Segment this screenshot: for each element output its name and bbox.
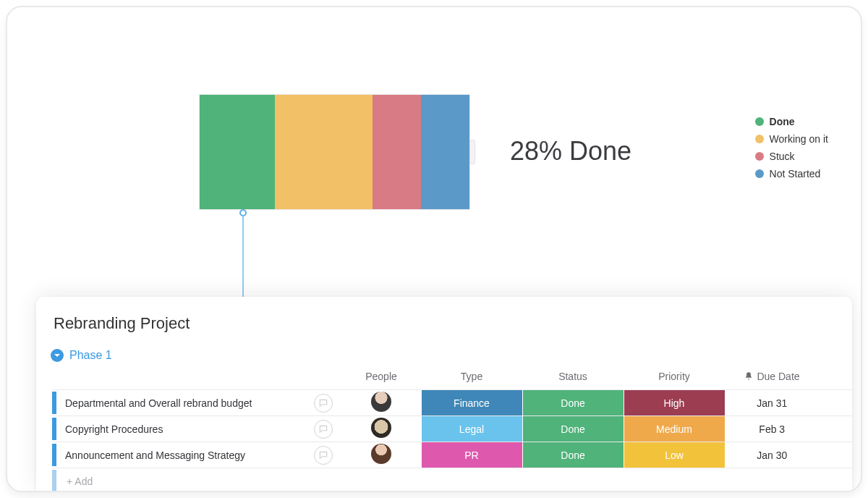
priority-cell[interactable]: Medium <box>624 416 725 442</box>
due-date-cell[interactable]: Jan 30 <box>725 442 819 468</box>
tasks-table: People Type Status Priority Due Date Dep… <box>52 366 852 492</box>
avatar[interactable] <box>371 444 391 464</box>
bell-icon <box>744 371 754 381</box>
connector-dot-icon <box>239 209 247 216</box>
group-color-bar <box>52 392 56 414</box>
battery-cap-icon <box>469 140 475 164</box>
avatar[interactable] <box>371 418 391 438</box>
task-name[interactable]: Copyright Procedures <box>65 423 163 435</box>
legend-dot-icon <box>755 169 764 178</box>
chart-segment-working-on-it[interactable] <box>275 95 372 209</box>
priority-cell[interactable]: High <box>624 390 725 415</box>
legend-item[interactable]: Not Started <box>755 168 828 180</box>
type-cell[interactable]: PR <box>422 442 522 468</box>
column-header-type[interactable]: Type <box>421 366 522 390</box>
legend-dot-icon <box>755 117 764 126</box>
project-board-panel: Rebranding Project Phase 1 People Type S… <box>36 297 852 491</box>
status-cell[interactable]: Done <box>523 390 624 415</box>
collapse-group-icon[interactable] <box>51 349 64 362</box>
chat-icon[interactable] <box>314 394 333 413</box>
priority-cell[interactable]: Low <box>624 442 725 468</box>
project-title: Rebranding Project <box>54 314 852 333</box>
group-color-bar <box>52 418 56 440</box>
legend-label: Working on it <box>770 133 828 145</box>
task-name[interactable]: Departmental and Overall rebrand budget <box>65 397 252 409</box>
chart-legend: DoneWorking on itStuckNot Started <box>755 116 828 185</box>
connector-line <box>242 216 244 303</box>
table-row[interactable]: Departmental and Overall rebrand budget … <box>52 390 852 416</box>
legend-dot-icon <box>755 135 764 143</box>
column-header-people[interactable]: People <box>341 366 421 390</box>
legend-item[interactable]: Stuck <box>755 151 828 162</box>
chart-segment-not-started[interactable] <box>421 95 469 209</box>
legend-dot-icon <box>755 152 764 161</box>
legend-item[interactable]: Working on it <box>755 133 828 145</box>
chart-segment-stuck[interactable] <box>373 95 421 209</box>
group-color-bar <box>52 444 56 466</box>
due-date-cell[interactable]: Jan 31 <box>725 390 819 416</box>
legend-label: Stuck <box>770 151 795 162</box>
type-cell[interactable]: Legal <box>422 416 522 442</box>
column-header-due-date[interactable]: Due Date <box>725 366 819 390</box>
status-cell[interactable]: Done <box>523 442 624 468</box>
legend-label: Done <box>770 116 795 127</box>
status-cell[interactable]: Done <box>523 416 624 442</box>
table-row[interactable]: Copyright Procedures Legal Done Medium F… <box>52 416 852 442</box>
table-row[interactable]: Announcement and Messaging Strategy PR D… <box>52 442 852 468</box>
chart-segment-done[interactable] <box>200 95 275 209</box>
legend-item[interactable]: Done <box>755 116 828 127</box>
due-date-cell[interactable]: Feb 3 <box>725 416 819 442</box>
column-header-status[interactable]: Status <box>522 366 624 390</box>
group-name[interactable]: Phase 1 <box>69 349 112 362</box>
add-row[interactable]: + Add <box>52 468 852 493</box>
avatar[interactable] <box>371 392 391 412</box>
column-header-priority[interactable]: Priority <box>624 366 725 390</box>
chat-icon[interactable] <box>314 446 333 465</box>
legend-label: Not Started <box>770 168 821 180</box>
task-name[interactable]: Announcement and Messaging Strategy <box>65 450 245 461</box>
status-battery-chart <box>199 94 470 210</box>
chat-icon[interactable] <box>314 420 333 439</box>
type-cell[interactable]: Finance <box>422 390 522 415</box>
chart-summary-label: 28% Done <box>510 136 631 166</box>
